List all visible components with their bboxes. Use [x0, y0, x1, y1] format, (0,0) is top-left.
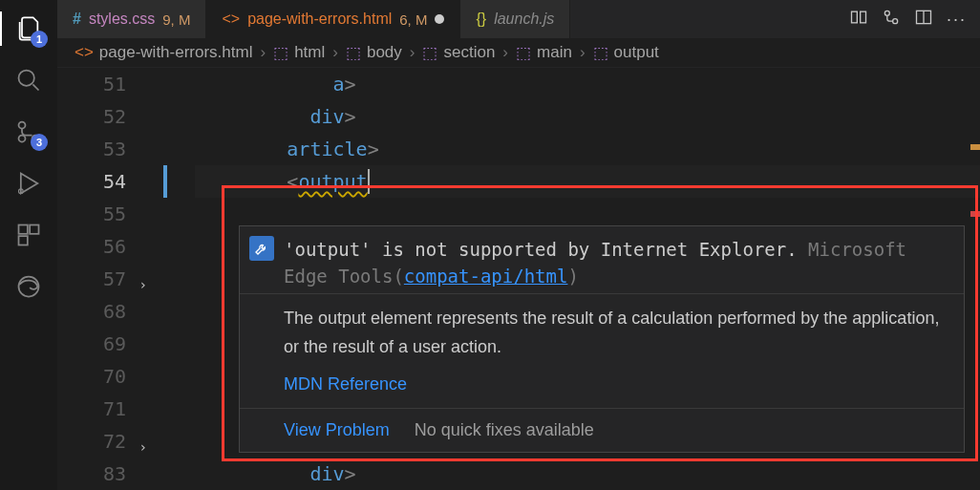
code-icon: <>	[222, 11, 240, 28]
line-number[interactable]: 54	[57, 165, 126, 198]
symbol-icon: ⬚	[593, 43, 608, 63]
breadcrumb-file-label: page-with-errors.html	[99, 43, 253, 62]
chevron-right-icon: ›	[332, 43, 338, 62]
split-editor-icon[interactable]	[914, 8, 933, 31]
tab-meta: 9, M	[162, 11, 190, 28]
breadcrumb-html[interactable]: ⬚html	[273, 43, 325, 63]
run-debug-icon	[15, 170, 42, 197]
scm-badge: 3	[31, 134, 48, 151]
breadcrumb[interactable]: <> page-with-errors.html › ⬚html › ⬚body…	[57, 38, 980, 68]
line-number[interactable]: 55	[57, 198, 126, 230]
tab-styles-css[interactable]: # styles.css 9, M	[57, 0, 206, 38]
symbol-icon: ⬚	[273, 43, 288, 63]
svg-point-11	[884, 11, 889, 15]
breadcrumb-file[interactable]: <> page-with-errors.html	[75, 43, 252, 62]
line-number[interactable]: 57›	[57, 263, 126, 295]
breadcrumb-output[interactable]: ⬚output	[593, 43, 659, 63]
breadcrumb-label: main	[537, 43, 572, 62]
breadcrumb-body[interactable]: ⬚body	[346, 43, 402, 63]
chevron-right-icon: ›	[580, 43, 586, 62]
quick-fix-icon[interactable]	[249, 236, 274, 261]
tab-actions: ···	[836, 0, 980, 38]
minimap-marker	[970, 144, 980, 150]
chevron-right-icon: ›	[410, 43, 415, 62]
line-number[interactable]: 53	[57, 133, 126, 165]
svg-point-0	[19, 71, 34, 86]
svg-point-1	[19, 122, 26, 129]
mdn-reference-link[interactable]: MDN Reference	[284, 374, 407, 394]
hover-message: 'output' is not supported by Internet Ex…	[284, 236, 950, 289]
hover-description: The output element represents the result…	[240, 293, 964, 374]
line-number[interactable]: 51	[57, 68, 126, 100]
code-line[interactable]: <output	[195, 165, 980, 198]
more-actions-icon[interactable]: ···	[947, 10, 967, 30]
tab-meta: 6, M	[399, 11, 427, 28]
line-number-gutter[interactable]: 51525354555657›6869707172›83	[57, 68, 153, 490]
svg-rect-7	[19, 236, 28, 245]
symbol-icon: ⬚	[346, 43, 361, 63]
activity-run[interactable]	[11, 166, 46, 201]
activity-scm[interactable]: 3	[11, 115, 46, 149]
chevron-right-icon: ›	[260, 43, 266, 62]
symbol-icon: ⬚	[516, 43, 531, 63]
svg-point-12	[893, 19, 898, 24]
code-line[interactable]: article>	[195, 133, 980, 165]
breadcrumb-label: section	[443, 43, 495, 62]
code-line[interactable]: a>	[195, 68, 980, 100]
breadcrumb-main[interactable]: ⬚main	[516, 43, 572, 63]
breadcrumb-label: output	[614, 43, 659, 62]
fold-chevron-icon[interactable]: ›	[139, 431, 147, 463]
open-changes-icon[interactable]	[882, 8, 901, 31]
explorer-badge: 1	[31, 31, 48, 48]
braces-icon: {}	[476, 11, 486, 28]
symbol-icon: ⬚	[422, 43, 437, 63]
activity-extensions[interactable]	[11, 218, 46, 252]
hover-widget: 'output' is not supported by Internet Ex…	[239, 225, 965, 453]
line-number[interactable]: 69	[57, 328, 126, 360]
activity-edge[interactable]	[11, 269, 46, 304]
svg-rect-10	[861, 11, 866, 23]
tab-label: launch.js	[494, 11, 554, 28]
svg-rect-6	[30, 225, 38, 234]
activity-search[interactable]	[11, 63, 46, 97]
fold-chevron-icon[interactable]: ›	[139, 268, 147, 301]
activity-bar: 1 3	[0, 0, 57, 490]
hover-rule-link[interactable]: compat-api/html	[404, 266, 568, 287]
tab-label: page-with-errors.html	[247, 11, 392, 28]
breadcrumb-section[interactable]: ⬚section	[422, 43, 495, 63]
breadcrumb-label: html	[294, 43, 325, 62]
search-icon	[15, 67, 42, 94]
hash-icon: #	[73, 11, 81, 28]
compare-changes-icon[interactable]	[849, 8, 868, 31]
line-number[interactable]: 83	[57, 458, 126, 490]
tab-bar: # styles.css 9, M <> page-with-errors.ht…	[57, 0, 980, 38]
extensions-icon	[15, 222, 42, 248]
line-number[interactable]: 72›	[57, 425, 126, 458]
code-line[interactable]: div>	[195, 100, 980, 133]
minimap-marker	[970, 211, 980, 217]
activity-explorer[interactable]: 1	[11, 11, 46, 46]
line-number[interactable]: 56	[57, 230, 126, 263]
breadcrumb-label: body	[367, 43, 402, 62]
tab-label: styles.css	[89, 11, 155, 28]
code-line[interactable]: div>	[195, 458, 980, 490]
hover-message-text: 'output' is not supported by Internet Ex…	[284, 239, 798, 260]
svg-point-3	[19, 136, 26, 142]
tab-launch-js[interactable]: {} launch.js	[460, 0, 570, 38]
svg-rect-9	[851, 11, 857, 23]
tab-page-with-errors[interactable]: <> page-with-errors.html 6, M	[206, 0, 460, 38]
no-quick-fix-label: No quick fixes available	[415, 420, 594, 440]
view-problem-link[interactable]: View Problem	[284, 420, 390, 440]
svg-point-8	[19, 277, 39, 297]
line-number[interactable]: 52	[57, 100, 126, 133]
dirty-indicator	[435, 14, 444, 24]
svg-rect-5	[19, 225, 28, 234]
line-number[interactable]: 71	[57, 393, 126, 425]
chevron-right-icon: ›	[502, 43, 508, 62]
line-number[interactable]: 70	[57, 360, 126, 393]
edge-icon	[15, 273, 42, 300]
line-number[interactable]: 68	[57, 295, 126, 328]
code-icon: <>	[75, 43, 94, 62]
